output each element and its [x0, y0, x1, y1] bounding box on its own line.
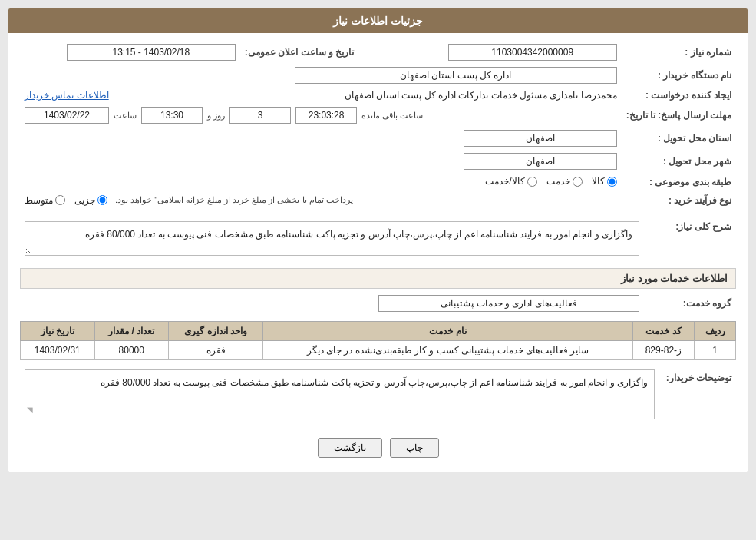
cell-kod: ز-82-829	[632, 340, 695, 359]
noe-jozi-label: جزیی	[74, 195, 95, 206]
توضیحات-label: توضیحات خریدار:	[659, 366, 736, 422]
ostan-label: استان محل تحویل :	[622, 127, 736, 150]
mohlat-remaining: 23:03:28	[295, 107, 357, 124]
tabaqe-kala-khedmat-option[interactable]: کالا/خدمت	[485, 176, 536, 187]
col-kod: کد خدمت	[632, 321, 695, 340]
khadamat-section-header: اطلاعات خدمات مورد نیاز	[20, 268, 736, 289]
sharh-value: واگزاری و انجام امور به فرایند شناسنامه …	[25, 221, 639, 256]
noe-jozi-radio[interactable]	[97, 195, 107, 205]
ostan-value: اصفهان	[464, 130, 617, 147]
nam-dastgah-value: اداره کل پست استان اصفهان	[295, 67, 617, 84]
noe-motovaset-label: متوسط	[25, 195, 53, 206]
tabaqe-kala-label: کالا	[592, 176, 605, 187]
ijad-konande-label: ایجاد کننده درخواست :	[622, 87, 736, 104]
tabaqe-kala-khedmat-label: کالا/خدمت	[485, 176, 524, 187]
table-row: 1ز-82-829سایر فعالیت‌های خدمات پشتیبانی …	[21, 340, 736, 359]
group-value: فعالیت‌های اداری و خدمات پشتیبانی	[378, 295, 639, 312]
توضیحات-value: واگزاری و انجام امور به فرایند شناسنامه …	[25, 369, 655, 419]
col-date: تاریخ نیاز	[21, 321, 95, 340]
sharh-label: شرح کلی نیاز:	[644, 215, 736, 262]
mohlat-label: مهلت ارسال پاسخ: تا تاریخ:	[622, 104, 736, 127]
contact-info-link[interactable]: اطلاعات تماس خریدار	[25, 90, 109, 101]
tabaqe-khedmat-label: خدمت	[546, 176, 570, 187]
mohlat-date: 1403/02/22	[25, 107, 109, 124]
tabaqe-kala-option[interactable]: کالا	[592, 176, 617, 187]
shomara-niaz-value: 1103004342000009	[448, 44, 617, 61]
nam-dastgah-label: نام دستگاه خریدار :	[622, 64, 736, 87]
noe-jozi-option[interactable]: جزیی	[74, 195, 107, 206]
noe-desc: پرداخت تمام یا بخشی از مبلغ خرید از مبلغ…	[115, 195, 353, 205]
button-bar: چاپ بازگشت	[20, 429, 736, 464]
tabaqe-kala-radio[interactable]	[607, 177, 617, 187]
page-title: جزئیات اطلاعات نیاز	[333, 15, 423, 27]
cell-count: 80000	[94, 340, 168, 359]
shomara-niaz-label: شماره نیاز :	[622, 41, 736, 64]
shahr-label: شهر محل تحویل :	[622, 150, 736, 173]
mohlat-roz: 3	[229, 107, 291, 124]
tarikh-ejad-value: 1403/02/18 - 13:15	[67, 44, 236, 61]
ijad-konande-value: محمدرضا نامداری مسئول خدمات تداركات ادار…	[345, 90, 617, 101]
tabaqe-kala-khedmat-radio[interactable]	[527, 177, 537, 187]
cell-date: 1403/02/31	[21, 340, 95, 359]
mohlat-roz-label: روز و	[207, 111, 225, 121]
cell-unit: فقره	[168, 340, 263, 359]
noe-farayand-label: نوع فرآیند خرید :	[622, 192, 736, 209]
back-button[interactable]: بازگشت	[318, 438, 382, 458]
col-name: نام خدمت	[263, 321, 632, 340]
shahr-value: اصفهان	[464, 153, 617, 170]
col-radif: ردیف	[695, 321, 736, 340]
cell-radif: 1	[695, 340, 736, 359]
group-label: گروه خدمت:	[644, 292, 736, 315]
page-header: جزئیات اطلاعات نیاز	[8, 8, 748, 33]
noe-motovaset-option[interactable]: متوسط	[25, 195, 65, 206]
cell-name: سایر فعالیت‌های خدمات پشتیبانی کسب و کار…	[263, 340, 632, 359]
col-count: تعداد / مقدار	[94, 321, 168, 340]
mohlat-time-label: ساعت	[114, 111, 137, 121]
tabaqe-khedmat-radio[interactable]	[573, 177, 583, 187]
col-unit: واحد اندازه گیری	[168, 321, 263, 340]
tabaqe-khedmat-option[interactable]: خدمت	[546, 176, 583, 187]
services-table: ردیف کد خدمت نام خدمت واحد اندازه گیری ت…	[20, 321, 736, 360]
mohlat-saat-label: ساعت باقی مانده	[361, 111, 423, 121]
tabaqe-label: طبقه بندی موضوعی :	[622, 173, 736, 192]
mohlat-time: 13:30	[141, 107, 203, 124]
noe-motovaset-radio[interactable]	[55, 195, 65, 205]
print-button[interactable]: چاپ	[390, 438, 439, 458]
tarikh-ejad-label: تاریخ و ساعت اعلان عمومی:	[240, 41, 378, 64]
